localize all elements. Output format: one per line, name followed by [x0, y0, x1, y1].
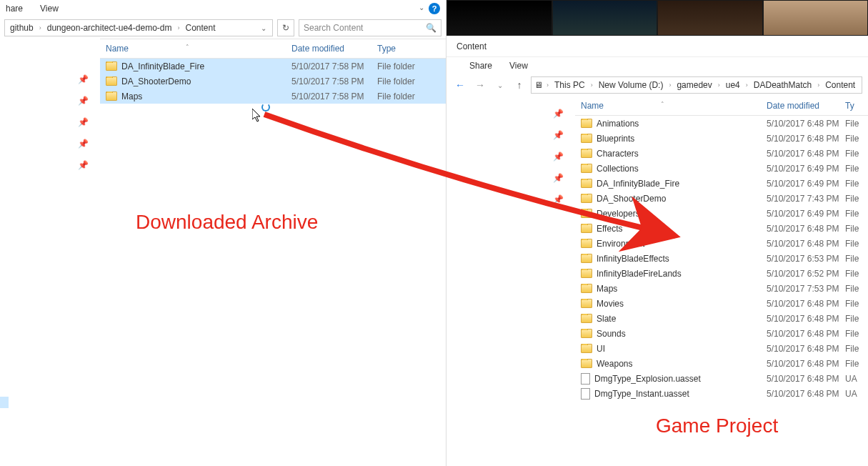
table-row[interactable]: UI5/10/2017 6:48 PMFile: [575, 341, 868, 356]
file-name: UI: [597, 344, 605, 354]
cell-name: Characters: [575, 149, 761, 159]
cell-date: 5/10/2017 6:48 PM: [761, 134, 839, 144]
crumb[interactable]: gamedev: [674, 79, 714, 91]
folder-icon: [581, 269, 592, 278]
cell-date: 5/10/2017 6:53 PM: [761, 254, 839, 264]
cell-date: 5/10/2017 6:48 PM: [761, 314, 839, 324]
cell-name: DA_ShooterDemo: [575, 194, 761, 204]
crumb[interactable]: Content: [823, 79, 857, 91]
table-row[interactable]: DmgType_Instant.uasset5/10/2017 6:48 PMU…: [575, 386, 868, 401]
table-row[interactable]: DA_InfinityBlade_Fire5/10/2017 7:58 PMFi…: [100, 59, 446, 74]
crumb[interactable]: Content: [183, 21, 217, 34]
menu-view[interactable]: View: [40, 4, 59, 14]
file-name: Effects: [597, 224, 622, 234]
file-list-right: Animations5/10/2017 6:48 PMFileBlueprint…: [575, 116, 868, 401]
table-row[interactable]: Animations5/10/2017 6:48 PMFile: [575, 116, 868, 131]
cell-date: 5/10/2017 6:48 PM: [761, 239, 839, 249]
cell-type: File: [839, 194, 868, 204]
table-row[interactable]: Sounds5/10/2017 6:48 PMFile: [575, 326, 868, 341]
table-row[interactable]: Effects5/10/2017 6:48 PMFile: [575, 221, 868, 236]
search-icon[interactable]: 🔍: [426, 23, 437, 33]
table-row[interactable]: Weapons5/10/2017 6:48 PMFile: [575, 356, 868, 371]
cell-date: 5/10/2017 6:49 PM: [761, 164, 839, 174]
table-row[interactable]: Environment5/10/2017 6:48 PMFile: [575, 236, 868, 251]
cell-date: 5/10/2017 7:43 PM: [761, 194, 839, 204]
cell-type: File: [839, 299, 868, 309]
crumb[interactable]: dungeon-architect-ue4-demo-dm: [45, 21, 174, 34]
cell-type: File: [839, 224, 868, 234]
file-name: Maps: [121, 91, 142, 101]
search-input[interactable]: [304, 23, 426, 33]
col-date[interactable]: Date modified: [286, 44, 371, 54]
table-row[interactable]: InfinityBladeFireLands5/10/2017 6:52 PMF…: [575, 266, 868, 281]
cell-date: 5/10/2017 6:48 PM: [761, 119, 839, 129]
cell-type: File: [839, 314, 868, 324]
menu-share[interactable]: Share: [469, 61, 492, 71]
cell-date: 5/10/2017 6:49 PM: [761, 179, 839, 189]
pin-icon: 📌: [553, 152, 564, 162]
col-name[interactable]: Name˄: [100, 44, 286, 54]
search-box-left[interactable]: 🔍: [299, 19, 442, 36]
breadcrumb-right[interactable]: 🖥› This PC› New Volume (D:)› gamedev› ue…: [531, 76, 862, 94]
table-row[interactable]: Maps5/10/2017 7:58 PMFile folder: [100, 89, 446, 104]
table-row[interactable]: Blueprints5/10/2017 6:48 PMFile: [575, 131, 868, 146]
folder-icon: [581, 359, 592, 368]
folder-icon: [581, 119, 592, 128]
cell-type: File: [839, 254, 868, 264]
col-date[interactable]: Date modified: [761, 101, 839, 111]
cell-date: 5/10/2017 6:48 PM: [761, 299, 839, 309]
folder-icon: [581, 149, 592, 158]
file-icon: [581, 388, 590, 400]
file-name: Maps: [597, 284, 617, 294]
thumbnail-strip: [447, 0, 868, 36]
table-row[interactable]: DA_ShooterDemo5/10/2017 7:43 PMFile: [575, 191, 868, 206]
folder-icon: [581, 194, 592, 203]
file-name: Weapons: [597, 359, 632, 369]
nav-up-button[interactable]: ↑: [512, 77, 527, 93]
crumb[interactable]: ue4: [724, 79, 742, 91]
table-row[interactable]: Maps5/10/2017 7:53 PMFile: [575, 281, 868, 296]
table-row[interactable]: DmgType_Explosion.uasset5/10/2017 6:48 P…: [575, 371, 868, 386]
cell-name: Effects: [575, 224, 761, 234]
table-row[interactable]: Slate5/10/2017 6:48 PMFile: [575, 311, 868, 326]
col-name[interactable]: Name˄: [575, 101, 761, 111]
breadcrumb-left[interactable]: github› dungeon-architect-ue4-demo-dm› C…: [4, 19, 273, 36]
cell-type: File folder: [371, 76, 443, 86]
crumb[interactable]: DADeathMatch: [752, 79, 814, 91]
nav-history-dropdown[interactable]: ⌄: [492, 77, 508, 93]
breadcrumb-dropdown-icon[interactable]: ⌄: [258, 24, 269, 32]
table-row[interactable]: DA_InfinityBlade_Fire5/10/2017 6:49 PMFi…: [575, 176, 868, 191]
menu-share[interactable]: hare: [6, 4, 23, 14]
sort-indicator-icon: ˄: [186, 44, 189, 51]
cell-name: InfinityBladeEffects: [575, 254, 761, 264]
cell-type: UA: [839, 374, 868, 384]
col-type[interactable]: Ty: [839, 101, 868, 111]
columns-header-left: Name˄ Date modified Type: [100, 39, 446, 59]
table-row[interactable]: DA_ShooterDemo5/10/2017 7:58 PMFile fold…: [100, 74, 446, 89]
cell-type: File folder: [371, 61, 443, 71]
crumb[interactable]: This PC: [552, 79, 587, 91]
cell-name: Blueprints: [575, 134, 761, 144]
table-row[interactable]: Developers5/10/2017 6:49 PMFile: [575, 206, 868, 221]
chevron-down-icon[interactable]: ⌄: [419, 4, 424, 11]
refresh-button[interactable]: ↻: [277, 19, 294, 36]
nav-back-button[interactable]: ←: [452, 77, 468, 93]
cell-type: File: [839, 209, 868, 219]
table-row[interactable]: InfinityBladeEffects5/10/2017 6:53 PMFil…: [575, 251, 868, 266]
file-name: Sounds: [597, 329, 626, 339]
crumb[interactable]: github: [8, 21, 36, 34]
help-icon[interactable]: ?: [429, 3, 440, 14]
col-type[interactable]: Type: [371, 44, 443, 54]
folder-icon: [581, 134, 592, 143]
file-name: Developers: [597, 209, 640, 219]
table-row[interactable]: Characters5/10/2017 6:48 PMFile: [575, 146, 868, 161]
nav-forward-button[interactable]: →: [472, 77, 488, 93]
cell-name: Collections: [575, 164, 761, 174]
menu-view[interactable]: View: [509, 61, 528, 71]
file-name: DmgType_Explosion.uasset: [594, 374, 701, 384]
table-row[interactable]: Collections5/10/2017 6:49 PMFile: [575, 161, 868, 176]
cell-date: 5/10/2017 6:48 PM: [761, 359, 839, 369]
table-row[interactable]: Movies5/10/2017 6:48 PMFile: [575, 296, 868, 311]
crumb[interactable]: New Volume (D:): [597, 79, 666, 91]
cell-name: Animations: [575, 119, 761, 129]
